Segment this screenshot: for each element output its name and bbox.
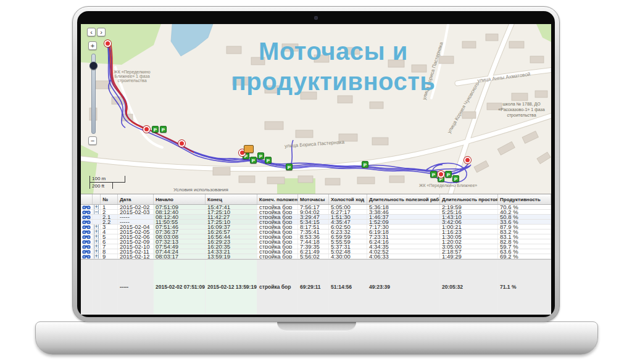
show-track-icon[interactable] [82,230,91,234]
cell-useful: 4:34:35 [367,244,440,249]
expand-toggle[interactable]: + [94,249,98,254]
expand-toggle[interactable]: + [94,230,98,234]
total-downtime: 20:05:32 [440,260,498,314]
parking-marker[interactable]: P [286,163,293,170]
map-canvas[interactable]: Моточасы и продуктивность улица Бориса П… [81,24,551,194]
cell-motohours: 8:17:51 [298,225,329,229]
zoom-slider-knob[interactable] [89,62,98,70]
show-track-icon[interactable] [82,239,91,244]
col-header-productivity[interactable]: Продуктивность [498,194,551,204]
cell-location: стройка бор [257,230,298,234]
show-track-icon[interactable] [82,254,91,259]
table-row[interactable]: + 9 2015-02-12 08:03:17 13:59:19 стройка… [81,254,551,259]
parking-marker[interactable]: P [250,157,257,163]
cell-num: 2.2 [101,220,118,224]
table-row[interactable]: + 4 2015-02-05 07:36:37 16:26:57 стройка… [81,230,551,234]
expand-toggle[interactable]: + [94,254,98,259]
cell-productivity: 50.8 % [498,215,551,219]
cell-num: 6 [101,239,118,244]
cell-motohours: 9:04:02 [298,210,329,214]
total-start: 2015-02-02 07:51:09 [154,260,206,314]
expand-toggle[interactable]: − [94,210,98,214]
cell-idle: 4:35:47 [329,220,367,224]
laptop-mockup: Моточасы и продуктивность улица Бориса П… [0,0,632,364]
cell-num: 8 [101,249,118,254]
cell-location: стройка бор [257,249,298,254]
cell-date: 2015-02-12 [118,254,154,259]
table-body: + 1 2015-02-02 07:51:09 15:47:41 стройка… [81,205,551,259]
show-track-icon[interactable] [82,225,91,229]
col-header-date[interactable]: Дата [118,194,154,204]
table-row[interactable]: + 6 2015-02-09 07:32:13 16:29:23 стройка… [81,239,551,244]
cell-num: 2.1 [101,215,118,219]
terms-of-use-link[interactable]: Условия использования [173,187,228,192]
cell-start: 07:51:46 [154,225,206,229]
zoom-out-button[interactable]: − [88,136,97,145]
expand-toggle[interactable]: + [94,205,98,209]
event-marker[interactable] [104,40,111,47]
expand-toggle[interactable]: + [94,234,98,239]
table-row[interactable]: + 1 2015-02-02 07:51:09 15:47:41 стройка… [81,205,551,210]
col-header-useful[interactable]: Длительность полезной работы [367,194,440,204]
event-marker[interactable] [438,171,444,178]
col-header-location[interactable]: Конеч. положение [257,194,298,204]
cell-end: 15:47:41 [206,205,257,209]
col-header-start[interactable]: Начало [154,194,206,204]
table-row[interactable]: − 2 2015-02-03 08:12:40 17:25:10 стройка… [81,210,551,215]
pan-right-button[interactable]: › [97,28,106,36]
col-header-downtime[interactable]: Длительность простоя [440,194,498,204]
expand-toggle[interactable]: + [94,244,98,249]
show-track-icon[interactable] [82,220,91,224]
report-table: № Дата Начало Конец Конеч. положение Мот… [81,194,551,315]
parking-marker[interactable]: P [445,171,452,178]
parking-marker[interactable]: P [152,126,159,133]
zoom-in-button[interactable]: + [88,41,97,50]
parking-marker[interactable]: P [160,126,167,133]
show-track-icon[interactable] [82,210,91,214]
show-track-icon[interactable] [82,205,91,209]
cell-end: 13:59:19 [206,254,257,259]
parking-marker[interactable]: P [452,175,459,182]
cell-productivity: 70.6 % [498,205,551,209]
table-row[interactable]: + 7 2015-02-10 07:54:49 16:20:35 стройка… [81,244,551,249]
show-track-icon[interactable] [82,249,91,254]
table-row[interactable]: + 5 2015-02-06 08:03:08 16:56:44 стройка… [81,234,551,239]
vehicle-marker[interactable] [244,145,254,153]
expand-toggle[interactable]: + [94,225,98,229]
event-marker[interactable] [143,126,150,133]
table-row[interactable]: + 8 2015-02-11 07:44:24 14:33:21 стройка… [81,249,551,254]
scale-metric: 100 m [89,176,125,183]
cell-location: стройка бор [257,220,298,224]
cell-start: 11:50:55 [154,220,206,224]
total-date: ----- [118,260,154,314]
col-header-idle[interactable]: Холостой ход [329,194,367,204]
cell-motohours: 6:21:49 [298,249,329,254]
expand-toggle[interactable]: + [94,239,98,244]
event-marker[interactable] [178,140,185,147]
show-track-icon[interactable] [82,215,91,219]
parking-marker[interactable]: P [362,161,368,168]
show-track-icon[interactable] [82,244,91,249]
parking-marker[interactable]: P [430,171,437,178]
cell-idle: 5:05:00 [329,205,367,209]
col-header-num[interactable]: № [101,194,118,204]
zoom-slider[interactable] [91,54,96,134]
col-header-end[interactable]: Конец [206,194,257,204]
cell-location: стройка бор [257,210,298,214]
table-row[interactable]: 2.2 ----- 11:50:55 17:25:10 стройка бор … [81,220,551,225]
cell-productivity: 33.6 % [498,220,551,224]
cell-downtime: 1:43:10 [440,215,498,219]
pan-left-button[interactable]: ‹ [87,28,96,36]
cell-start: 08:12:40 [154,210,206,214]
parking-marker[interactable]: P [265,157,272,163]
col-header-motohours[interactable]: Моточасы [298,194,329,204]
cell-date: ----- [118,220,154,224]
cell-motohours: 3:29:47 [298,215,329,219]
parking-marker[interactable]: P [257,152,264,159]
table-row[interactable]: + 3 2015-02-04 07:51:46 16:09:37 стройка… [81,225,551,230]
cell-idle: 4:30:00 [329,254,367,259]
show-track-icon[interactable] [82,234,91,239]
cell-start: 07:32:13 [154,239,206,244]
table-row[interactable]: 2.1 ----- 08:12:40 11:42:27 стройка бор … [81,215,551,220]
event-marker[interactable] [464,157,471,163]
